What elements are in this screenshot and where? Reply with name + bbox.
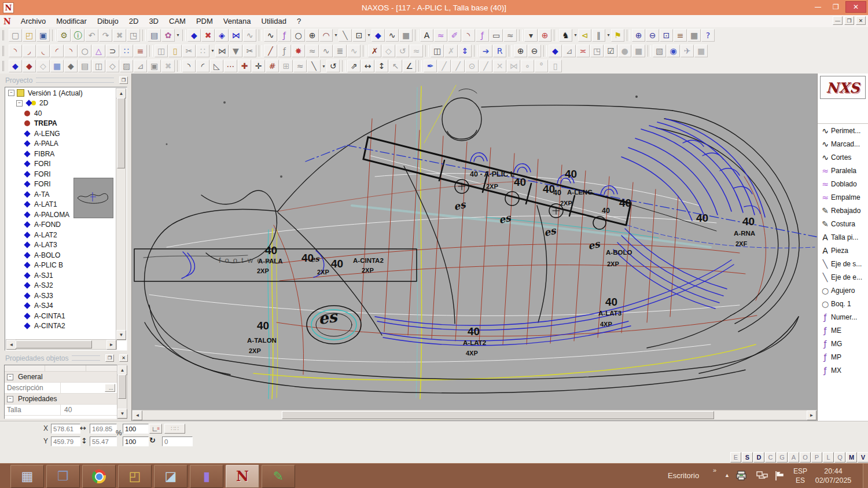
tool-paralela[interactable]: ≈Paralela bbox=[818, 164, 868, 177]
zoom-out-button[interactable]: ⊖ bbox=[646, 29, 659, 42]
tree-horizontal-scrollbar[interactable]: ◄ ► bbox=[6, 339, 117, 350]
n-node-button[interactable]: ⊿ bbox=[562, 45, 576, 57]
open-button[interactable]: ◰ bbox=[23, 29, 36, 42]
mode-button-q[interactable]: Q bbox=[834, 452, 845, 463]
pin-blue-button[interactable]: ✒ bbox=[424, 60, 437, 72]
tree-item-trepa[interactable]: TREPA bbox=[6, 119, 117, 129]
scale-y-field[interactable]: 100 bbox=[123, 436, 149, 446]
curve-arrow-button[interactable]: ∿ bbox=[385, 29, 399, 42]
collapse-button[interactable]: ▼ bbox=[229, 45, 242, 57]
hand-gray-button[interactable]: ■ bbox=[694, 45, 708, 57]
tool-rebajado[interactable]: ✎Rebajado bbox=[818, 204, 868, 217]
dynamite-button[interactable]: ✸ bbox=[292, 45, 305, 57]
wave-cut-button[interactable]: ≈ bbox=[293, 60, 307, 72]
tree-item-a-lat3[interactable]: A-LAT3 bbox=[6, 240, 117, 251]
palette-button[interactable]: ✿ bbox=[161, 29, 175, 42]
scroll-right-icon[interactable]: ► bbox=[106, 340, 116, 350]
calculator-tool-button[interactable]: ▦ bbox=[50, 60, 64, 72]
toolbar-drag-handle[interactable] bbox=[2, 30, 6, 41]
tree-vertical-scrollbar[interactable]: ▲ ▼ bbox=[116, 88, 126, 340]
tree-item-a-sj1[interactable]: A-SJ1 bbox=[6, 270, 117, 281]
zoom-dark-out-button[interactable]: ⊖ bbox=[528, 45, 541, 57]
project-panel-restore-button[interactable]: ❐ bbox=[119, 76, 128, 84]
properties-panel-restore-button[interactable]: ❐ bbox=[105, 354, 114, 362]
color-dashes-button[interactable]: ≡ bbox=[134, 45, 147, 57]
clock[interactable]: 20:4402/07/2025 bbox=[811, 467, 855, 485]
taskbar-chrome[interactable] bbox=[82, 465, 116, 488]
properties-panel-close-button[interactable]: ✕ bbox=[119, 354, 128, 362]
tree-root-version[interactable]: −Versión 1 (Actual) bbox=[6, 88, 117, 98]
curve-f-button[interactable]: ƒ bbox=[278, 29, 291, 42]
cols-tool-button[interactable]: ◫ bbox=[92, 60, 105, 72]
pointer-gray-button[interactable]: ↖ bbox=[389, 60, 402, 72]
rotate-button[interactable]: ↺ bbox=[326, 60, 340, 72]
printer-icon[interactable] bbox=[735, 469, 748, 482]
tool-empalme[interactable]: ≈Empalme bbox=[818, 190, 868, 204]
chevron-more-icon[interactable]: » bbox=[713, 467, 716, 474]
mode-button-e[interactable]: E bbox=[730, 452, 741, 463]
mode-button-p[interactable]: P bbox=[811, 452, 822, 463]
scroll-left-icon[interactable]: ◄ bbox=[6, 340, 16, 350]
taskbar-calculator[interactable]: ▦ bbox=[10, 465, 44, 488]
propiedades-section-row[interactable]: − Propiedades bbox=[5, 394, 127, 405]
export-2-button[interactable]: ◳ bbox=[590, 45, 604, 57]
mode-button-c[interactable]: C bbox=[765, 452, 776, 463]
menu-cam[interactable]: CAM bbox=[164, 16, 191, 26]
plus-red-button[interactable]: ✚ bbox=[238, 60, 251, 72]
wave-g-button[interactable]: ∿ bbox=[347, 45, 361, 57]
piece-delete-button[interactable]: ✖ bbox=[201, 29, 215, 42]
tree-item-a-cinta2[interactable]: A-CINTA2 bbox=[6, 321, 117, 332]
corner-1-button[interactable]: ◝ bbox=[182, 60, 196, 72]
diamond-blue-button[interactable]: ◆ bbox=[549, 45, 562, 57]
undo-button[interactable]: ↶ bbox=[85, 29, 98, 42]
mode-button-g[interactable]: G bbox=[777, 452, 788, 463]
arc-dropdown-icon[interactable]: ▾ bbox=[333, 32, 339, 38]
scale-x-field[interactable]: 100 bbox=[123, 424, 149, 434]
mdi-minimize-button[interactable]: — bbox=[833, 16, 843, 25]
circle-dis-button[interactable]: ⊙ bbox=[465, 60, 479, 72]
arc-nw-button[interactable]: ◜ bbox=[50, 45, 64, 57]
tool-boq-1[interactable]: ○Boq. 1 bbox=[818, 297, 868, 310]
scroll-up-icon[interactable]: ▲ bbox=[117, 365, 127, 375]
f-curve-button[interactable]: ƒ bbox=[476, 29, 489, 42]
tree-item-a-sj2[interactable]: A-SJ2 bbox=[6, 281, 117, 291]
rows-tool-button[interactable]: ▤ bbox=[78, 60, 91, 72]
grid-points-button[interactable]: ∷∷ bbox=[164, 424, 185, 434]
measure-height-button[interactable]: ↕ bbox=[375, 60, 388, 72]
updown-button[interactable]: ⇕ bbox=[458, 45, 472, 57]
tool-agujero[interactable]: ○Agujero bbox=[818, 284, 868, 297]
menu-dibujo[interactable]: Dibujo bbox=[92, 16, 124, 26]
help-button[interactable]: ? bbox=[701, 29, 715, 42]
target-point-button[interactable]: ⊕ bbox=[538, 29, 551, 42]
fill-square-button[interactable]: ■ bbox=[399, 29, 413, 42]
corner-arc-button[interactable]: ◝ bbox=[462, 29, 475, 42]
link-node-button[interactable]: ◇ bbox=[106, 60, 119, 72]
points-gray-button[interactable]: ∷ bbox=[196, 45, 209, 57]
join-x-button[interactable]: ✗ bbox=[368, 45, 381, 57]
menu-2d[interactable]: 2D bbox=[124, 16, 144, 26]
piece-insert-button[interactable]: ◆ bbox=[187, 29, 201, 42]
pens-pair-dropdown-icon[interactable]: ▾ bbox=[606, 32, 611, 38]
taskbar-media-app[interactable]: ▮ bbox=[190, 465, 223, 488]
pens-pair-button[interactable]: ∥ bbox=[592, 29, 605, 42]
corner-reference-button[interactable]: ∟≡ bbox=[149, 424, 162, 434]
deg-dis-button[interactable]: ° bbox=[535, 60, 548, 72]
export-window-button[interactable]: ◳ bbox=[127, 29, 140, 42]
cut-line-button[interactable]: ✂ bbox=[243, 45, 256, 57]
tree-item-a-pala[interactable]: A-PALA bbox=[6, 139, 117, 149]
rotate-gray-button[interactable]: ↺ bbox=[396, 45, 409, 57]
canvas-horizontal-scrollbar[interactable]: ◄ ► bbox=[132, 410, 817, 420]
talla-row[interactable]: Talla 40 bbox=[5, 405, 127, 416]
ellipse-button[interactable]: ○ bbox=[78, 45, 91, 57]
star-point-button[interactable]: ◆ bbox=[372, 29, 385, 42]
square-gray-button[interactable]: ■ bbox=[632, 45, 645, 57]
tree-item-a-plic-b[interactable]: A-PLIC B bbox=[6, 260, 117, 271]
pen-purple-button[interactable]: ✐ bbox=[448, 29, 461, 42]
blob-gray-button[interactable]: ● bbox=[618, 45, 631, 57]
sketch-f-button[interactable]: ƒ bbox=[278, 45, 291, 57]
tree-item-a-leng[interactable]: A-LENG bbox=[6, 129, 117, 139]
descripcion-browse-button[interactable]: ... bbox=[105, 384, 115, 392]
piece-curve-button[interactable]: ∿ bbox=[243, 29, 256, 42]
mode-button-a[interactable]: A bbox=[788, 452, 799, 463]
curve-button[interactable]: ∿ bbox=[264, 29, 277, 42]
